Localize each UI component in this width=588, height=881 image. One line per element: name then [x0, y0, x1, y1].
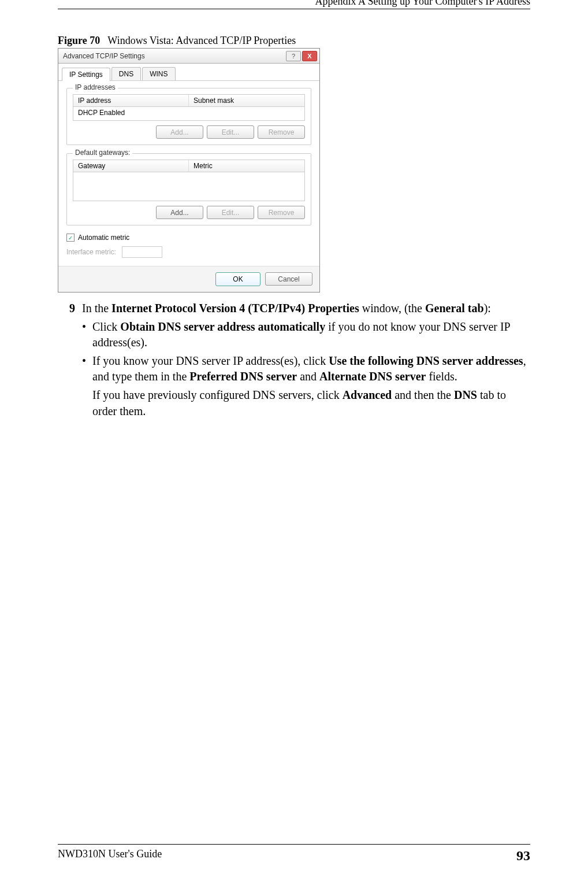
col-gateway: Gateway — [73, 160, 189, 172]
instructions: 9 In the Internet Protocol Version 4 (TC… — [58, 301, 530, 419]
bullet-1: Click Obtain DNS server address automati… — [92, 319, 530, 351]
figure-title: Windows Vista: Advanced TCP/IP Propertie… — [107, 35, 296, 46]
bullet-2: If you know your DNS server IP address(e… — [92, 353, 530, 385]
interface-metric-label: Interface metric: — [66, 248, 116, 256]
bullet-icon: • — [82, 353, 92, 385]
bullet-2-continuation: If you have previously configured DNS se… — [92, 387, 530, 419]
group-default-gateways: Default gateways: Gateway Metric Add... … — [66, 153, 311, 225]
gw-add-button[interactable]: Add... — [156, 206, 203, 219]
gw-list-header: Gateway Metric — [73, 160, 305, 172]
tab-wins[interactable]: WINS — [142, 67, 175, 80]
cancel-button[interactable]: Cancel — [265, 272, 312, 286]
automatic-metric-label: Automatic metric — [78, 234, 129, 242]
ip-edit-button[interactable]: Edit... — [207, 125, 254, 139]
group-ip-title: IP addresses — [73, 83, 118, 91]
dialog-titlebar: Advanced TCP/IP Settings ? X — [58, 49, 319, 64]
footer-guide: NWD310N User's Guide — [58, 848, 162, 864]
group-ip-addresses: IP addresses IP address Subnet mask DHCP… — [66, 88, 311, 145]
ok-button[interactable]: OK — [215, 272, 260, 286]
automatic-metric-checkbox[interactable]: ✓ — [66, 234, 75, 242]
bullet-icon: • — [82, 319, 92, 351]
help-icon[interactable]: ? — [286, 51, 301, 61]
ip-add-button[interactable]: Add... — [156, 125, 203, 139]
dialog-title: Advanced TCP/IP Settings — [63, 52, 286, 60]
figure-caption: Figure 70 Windows Vista: Advanced TCP/IP… — [58, 35, 530, 47]
footer-page-number: 93 — [516, 848, 530, 864]
gw-edit-button[interactable]: Edit... — [207, 206, 254, 219]
ip-list-body[interactable]: DHCP Enabled — [73, 107, 305, 121]
group-gw-title: Default gateways: — [73, 149, 132, 157]
close-icon[interactable]: X — [302, 51, 317, 61]
tab-strip: IP Settings DNS WINS — [58, 64, 319, 81]
tab-ip-settings[interactable]: IP Settings — [62, 68, 110, 81]
header-rule — [58, 9, 530, 9]
step-intro: In the Internet Protocol Version 4 (TCP/… — [82, 301, 530, 317]
tab-dns[interactable]: DNS — [111, 67, 141, 80]
interface-metric-input[interactable] — [122, 246, 162, 258]
figure-number: Figure 70 — [58, 35, 100, 46]
gw-list-body[interactable] — [73, 172, 305, 201]
col-subnet-mask: Subnet mask — [189, 95, 304, 106]
step-number: 9 — [58, 301, 75, 317]
ip-remove-button[interactable]: Remove — [258, 125, 305, 139]
page-footer: NWD310N User's Guide 93 — [58, 844, 530, 864]
gw-remove-button[interactable]: Remove — [258, 206, 305, 219]
ip-list-header: IP address Subnet mask — [73, 94, 305, 107]
advanced-tcpip-dialog: Advanced TCP/IP Settings ? X IP Settings… — [58, 48, 320, 293]
col-metric: Metric — [189, 160, 304, 172]
header-appendix: Appendix A Setting up Your Computer's IP… — [58, 0, 530, 8]
col-ip-address: IP address — [73, 95, 189, 106]
